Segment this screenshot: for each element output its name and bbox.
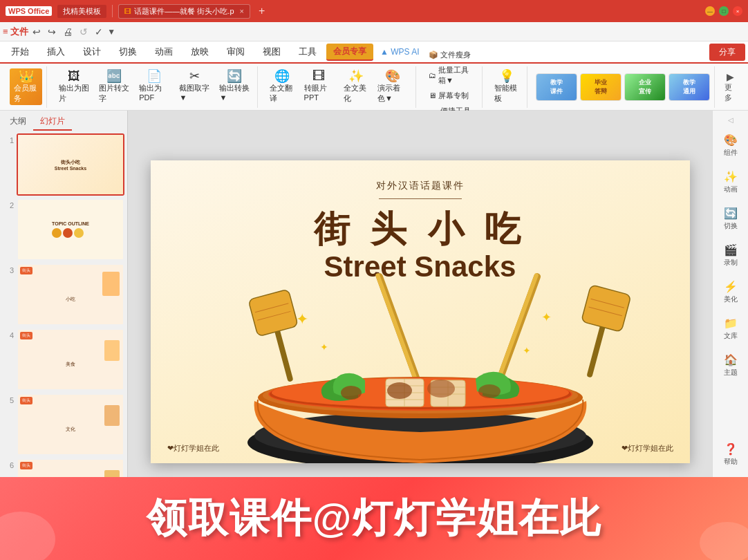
panel-tab-outline[interactable]: 大纲 bbox=[3, 113, 33, 131]
sidebar-tool-animation[interactable]: ✨ 动画 bbox=[715, 166, 747, 198]
record-icon: 🎬 bbox=[724, 243, 738, 256]
export-pdf-btn[interactable]: 📄 输出为PDF bbox=[135, 68, 173, 106]
tab-review[interactable]: 审阅 bbox=[218, 43, 253, 61]
tab-wpsai[interactable]: ▲ WPS AI bbox=[375, 44, 425, 59]
beautify-label: 美化 bbox=[724, 295, 738, 304]
svg-rect-1 bbox=[375, 272, 421, 391]
file-tab[interactable]: 🎞 话题课件——就餐 街头小吃.p × bbox=[118, 4, 250, 19]
food-illustration bbox=[151, 263, 690, 463]
close-tab[interactable]: × bbox=[240, 7, 244, 15]
sidebar-tool-help[interactable]: ❓ 帮助 bbox=[715, 438, 747, 471]
tab-transition[interactable]: 切换 bbox=[111, 43, 145, 61]
theme-icon: 🏠 bbox=[724, 353, 738, 366]
ribbon-tab-bar: 开始 插入 设计 切换 动画 放映 审阅 视图 工具 会员专享 ▲ WPS AI… bbox=[0, 41, 748, 64]
quick-access-bar: ≡ 文件 ↩ ↪ 🖨 ↺ ✓ ▼ bbox=[0, 22, 748, 41]
slide-subtitle: 对外汉语话题课件 bbox=[151, 180, 690, 192]
slide-title-cn: 街 头 小 吃 bbox=[151, 205, 690, 254]
tab-insert[interactable]: 插入 bbox=[39, 43, 73, 61]
member-service-btn[interactable]: 👑 会员服务 bbox=[10, 68, 42, 105]
slide-canvas[interactable]: 对外汉语话题课件 街 头 小 吃 Street Snacks ✦ ✦ ✦ ✦ bbox=[151, 160, 690, 463]
theme-label: 主题 bbox=[724, 368, 738, 377]
cloud-right bbox=[700, 522, 748, 560]
svg-point-35 bbox=[478, 384, 501, 398]
dropdown-btn[interactable]: ▼ bbox=[107, 27, 115, 37]
slide-thumb-2[interactable]: 2 TOPIC OUTLINE bbox=[3, 198, 124, 261]
to-ppt-btn[interactable]: 🎞 转眼片PPT bbox=[301, 68, 337, 106]
animation-icon: ✨ bbox=[724, 170, 738, 183]
sidebar-tool-library[interactable]: 📁 文库 bbox=[715, 312, 747, 345]
undo2-btn[interactable]: ↺ bbox=[77, 25, 91, 39]
batch-tools-btn[interactable]: 🗂批量工具箱▼ bbox=[424, 64, 478, 87]
draw-text-btn[interactable]: ✂ 截图取字▼ bbox=[176, 68, 213, 106]
slide-thumb-4[interactable]: 4 街头 美食 bbox=[3, 328, 124, 391]
svg-point-33 bbox=[427, 380, 455, 398]
banner-text: 领取课件@灯灯学姐在此 bbox=[147, 492, 602, 545]
tab-animation[interactable]: 动画 bbox=[147, 43, 181, 61]
tab-slideshow[interactable]: 放映 bbox=[183, 43, 217, 61]
window-controls: — □ × bbox=[705, 6, 742, 16]
doc-body-btn[interactable]: 📦文件瘦身 bbox=[424, 48, 478, 62]
undo-btn[interactable]: ↩ bbox=[30, 25, 44, 39]
win-minimize[interactable]: — bbox=[705, 6, 715, 16]
sidebar-tool-transition[interactable]: 🔄 切换 bbox=[715, 203, 747, 235]
transition-label: 切换 bbox=[724, 221, 738, 231]
svg-point-32 bbox=[387, 382, 412, 399]
template-edu[interactable]: 教学课件 bbox=[536, 73, 577, 101]
add-tab-btn[interactable]: + bbox=[256, 5, 268, 17]
help-icon: ❓ bbox=[724, 442, 738, 456]
win-maximize[interactable]: □ bbox=[719, 6, 729, 16]
sidebar-tool-widget[interactable]: 🎨 组件 bbox=[715, 129, 747, 162]
demo-color-btn[interactable]: 🎨 演示着色▼ bbox=[374, 68, 411, 106]
right-sidebar: ◁ 🎨 组件 ✨ 动画 🔄 切换 🎬 录制 ⚡ 美化 📁 文库 🏠 主题 bbox=[712, 111, 748, 513]
share-button[interactable]: 分享 bbox=[709, 44, 745, 61]
title-bar: WPS Office 找精美模板 🎞 话题课件——就餐 街头小吃.p × + —… bbox=[0, 0, 748, 22]
tab-start[interactable]: 开始 bbox=[3, 43, 37, 61]
ribbon-tools: 👑 会员服务 🖼 输出为图片 🔤 图片转文字 📄 输出为PDF ✂ 截图取字▼ bbox=[0, 64, 748, 111]
redo-btn[interactable]: ↪ bbox=[45, 25, 59, 39]
panel-tab-slides[interactable]: 幻灯片 bbox=[33, 113, 72, 131]
slide-watermark-right: ❤灯灯学姐在此 bbox=[621, 443, 673, 454]
more-templates-btn[interactable]: ▶ 更多 bbox=[719, 69, 742, 105]
template-biz[interactable]: 毕业答辩 bbox=[580, 73, 621, 101]
smart-template-btn[interactable]: 💡 智能模板 bbox=[491, 68, 522, 106]
sidebar-tool-beautify[interactable]: ⚡ 美化 bbox=[715, 276, 747, 308]
tab-member[interactable]: 会员专享 bbox=[326, 44, 373, 61]
check-btn[interactable]: ✓ bbox=[92, 25, 106, 39]
slide-panel: 大纲 幻灯片 1 街头小吃 Street Snacks 2 TOP bbox=[0, 111, 128, 513]
template-gen[interactable]: 教学通用 bbox=[668, 73, 710, 101]
beautify-icon: ⚡ bbox=[724, 280, 738, 293]
ocr-btn[interactable]: 🔤 图片转文字 bbox=[95, 68, 133, 106]
convert-btn[interactable]: 🔄 输出转换▼ bbox=[216, 68, 253, 106]
slide-thumb-1[interactable]: 1 街头小吃 Street Snacks bbox=[3, 133, 124, 196]
win-close[interactable]: × bbox=[733, 6, 742, 16]
help-label: 帮助 bbox=[724, 457, 738, 467]
library-icon: 📁 bbox=[724, 317, 738, 330]
no-watermark-btn[interactable]: 🖥屏幕专制 bbox=[424, 89, 478, 102]
template-btn[interactable]: 找精美模板 bbox=[57, 5, 106, 18]
tab-design[interactable]: 设计 bbox=[75, 43, 109, 61]
animation-label: 动画 bbox=[724, 185, 738, 194]
widget-label: 组件 bbox=[724, 148, 738, 158]
export-image-btn[interactable]: 🖼 输出为图片 bbox=[55, 68, 93, 106]
sidebar-tool-theme[interactable]: 🏠 主题 bbox=[715, 349, 747, 382]
sidebar-tool-record[interactable]: 🎬 录制 bbox=[715, 239, 747, 272]
bottom-banner: 领取课件@灯灯学姐在此 bbox=[0, 477, 748, 560]
cloud-left bbox=[0, 512, 55, 560]
canvas-area: 对外汉语话题课件 街 头 小 吃 Street Snacks ✦ ✦ ✦ ✦ bbox=[128, 111, 712, 513]
sidebar-collapse-btn[interactable]: ◁ bbox=[728, 116, 733, 124]
slide-thumb-5[interactable]: 5 街头 文化 bbox=[3, 393, 124, 456]
slide-thumb-3[interactable]: 3 街头 小吃 bbox=[3, 263, 124, 326]
record-label: 录制 bbox=[724, 258, 738, 268]
tab-tools[interactable]: 工具 bbox=[290, 43, 325, 61]
panel-tabs: 大纲 幻灯片 bbox=[3, 113, 124, 131]
tab-view[interactable]: 视图 bbox=[254, 43, 289, 61]
beautify-btn[interactable]: ✨ 全文美化 bbox=[340, 68, 371, 106]
full-translate-btn[interactable]: 🌐 全文翻译 bbox=[266, 68, 297, 106]
menu-file[interactable]: ≡ 文件 bbox=[3, 26, 28, 38]
print-btn[interactable]: 🖨 bbox=[60, 25, 75, 39]
slide-watermark-left: ❤灯灯学姐在此 bbox=[167, 443, 219, 454]
wps-logo: WPS Office bbox=[6, 6, 52, 16]
template-corp[interactable]: 企业宣传 bbox=[624, 73, 666, 101]
library-label: 文库 bbox=[724, 331, 738, 341]
main-area: 大纲 幻灯片 1 街头小吃 Street Snacks 2 TOP bbox=[0, 111, 748, 513]
